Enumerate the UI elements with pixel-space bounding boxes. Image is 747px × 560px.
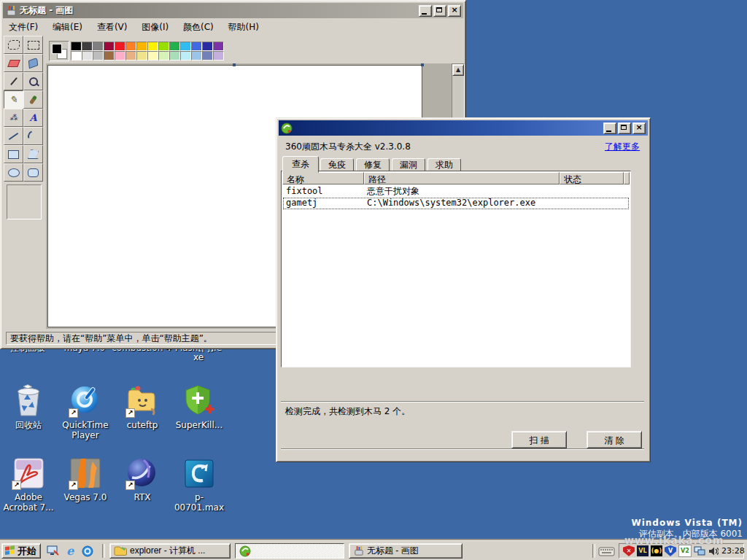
desktop-icon-superkill[interactable]: SuperKill...: [171, 384, 228, 430]
scroll-up-icon[interactable]: ▲: [452, 64, 464, 76]
palette-swatch[interactable]: [93, 51, 104, 61]
close-button[interactable]: ×: [448, 5, 461, 17]
paint-titlebar[interactable]: 无标题 - 画图 ×: [3, 3, 463, 18]
canvas-resize-handle[interactable]: [421, 63, 424, 66]
network-tray-icon[interactable]: [694, 545, 705, 556]
palette-swatch[interactable]: [169, 42, 180, 51]
menu-edit[interactable]: 编辑(E): [47, 19, 88, 35]
canvas-resize-handle[interactable]: [233, 63, 236, 66]
palette-swatch[interactable]: [158, 42, 169, 51]
palette-swatch[interactable]: [169, 51, 180, 61]
palette-swatch[interactable]: [71, 51, 82, 61]
palette-swatch[interactable]: [71, 42, 82, 51]
v2-antivirus-tray-icon[interactable]: V2: [678, 545, 692, 557]
desktop-icon-acrobat[interactable]: ↗ Adobe Acrobat 7...: [0, 456, 57, 513]
palette-swatch[interactable]: [82, 42, 93, 51]
desktop-icon-quicktime[interactable]: ↗ QuickTime Player: [57, 384, 114, 440]
desktop-icon-rtx[interactable]: ↗ RTX: [114, 456, 171, 502]
dialog-titlebar[interactable]: ×: [279, 120, 648, 136]
menu-help[interactable]: 帮助(H): [222, 19, 265, 35]
palette-swatch[interactable]: [82, 51, 93, 61]
start-button[interactable]: 开始: [1, 543, 41, 559]
tool-rounded-rect-icon[interactable]: [23, 163, 43, 182]
tool-rect-select-icon[interactable]: [23, 36, 43, 54]
tool-curve-icon[interactable]: [23, 127, 43, 145]
menu-image[interactable]: 图像(I): [136, 19, 174, 35]
tool-line-icon[interactable]: [4, 127, 23, 145]
desktop-icon-recycle-bin[interactable]: 回收站: [0, 384, 57, 430]
table-row-selected[interactable]: gametj C:\Windows\system32\explorer.exe: [283, 198, 629, 209]
tool-text-icon[interactable]: A: [23, 109, 43, 127]
palette-swatch[interactable]: [115, 42, 125, 51]
clear-button[interactable]: 清 除: [587, 431, 642, 448]
tool-magnifier-icon[interactable]: [23, 72, 43, 90]
palette-swatch[interactable]: [115, 51, 125, 61]
desktop-icon-vegas[interactable]: ↗ Vegas 7.0: [57, 456, 114, 502]
task-paint[interactable]: 无标题 - 画图: [349, 543, 462, 559]
tool-polygon-icon[interactable]: [23, 145, 43, 163]
task-explorer[interactable]: explorer - 计算机 ...: [109, 543, 231, 559]
menu-file[interactable]: 文件(F): [3, 19, 44, 35]
quicktime-quicklaunch-icon[interactable]: [80, 544, 95, 558]
tool-airbrush-icon[interactable]: ⁂: [4, 109, 23, 127]
broadcast-tray-icon[interactable]: (●): [651, 545, 662, 556]
taskbar-clock[interactable]: 23:28: [721, 546, 745, 556]
volume-tray-icon[interactable]: [708, 545, 719, 556]
close-button[interactable]: ×: [632, 122, 646, 134]
desktop-icon-cuteftp[interactable]: ↗ cuteftp: [114, 384, 171, 430]
menu-view[interactable]: 查看(V): [91, 19, 133, 35]
palette-swatch[interactable]: [125, 42, 136, 51]
scan-button[interactable]: 扫 描: [511, 431, 567, 448]
tool-pencil-icon[interactable]: ✎: [4, 90, 23, 109]
menu-colors[interactable]: 颜色(C): [177, 19, 220, 35]
palette-swatch[interactable]: [180, 51, 191, 61]
tool-ellipse-icon[interactable]: [4, 163, 23, 182]
column-header-name[interactable]: 名称: [282, 172, 364, 184]
column-header-path[interactable]: 路径: [364, 172, 560, 184]
palette-swatch[interactable]: [136, 51, 147, 61]
maximize-button[interactable]: [618, 122, 631, 134]
palette-swatch[interactable]: [213, 42, 224, 51]
minimize-button[interactable]: [419, 5, 432, 17]
column-header-status[interactable]: 状态: [560, 172, 624, 184]
separator-line: [281, 448, 644, 450]
tool-rectangle-icon[interactable]: [4, 145, 23, 163]
learn-more-link[interactable]: 了解更多: [605, 141, 640, 153]
palette-swatch[interactable]: [104, 42, 115, 51]
table-row[interactable]: fixtool 恶意干扰对象: [283, 186, 629, 198]
palette-swatch[interactable]: [158, 51, 169, 61]
palette-swatch[interactable]: [213, 51, 224, 61]
tool-options-box[interactable]: [7, 184, 42, 219]
tool-fill-icon[interactable]: [23, 54, 43, 72]
color-indicator[interactable]: [49, 41, 69, 61]
internet-explorer-icon[interactable]: e: [63, 544, 77, 558]
palette-swatch[interactable]: [93, 42, 104, 51]
tool-eraser-icon[interactable]: [4, 54, 23, 72]
task-360-dialog[interactable]: [235, 543, 344, 559]
tab-scan[interactable]: 查杀: [282, 156, 319, 173]
scan-result-list[interactable]: 名称 路径 状态 fixtool 恶意干扰对象 gametj C:\Window…: [281, 171, 631, 368]
maximize-button[interactable]: [433, 5, 446, 17]
keyboard-icon[interactable]: [597, 544, 616, 558]
tool-color-picker-icon[interactable]: [4, 72, 23, 90]
minimize-button[interactable]: [603, 122, 616, 134]
recycle-bin-icon: [12, 384, 45, 418]
palette-swatch[interactable]: [191, 51, 202, 61]
vl-antivirus-tray-icon[interactable]: VL: [637, 545, 649, 556]
palette-swatch[interactable]: [125, 51, 136, 61]
tool-free-select-icon[interactable]: [4, 36, 23, 54]
desktop-icon-max-file[interactable]: p-00701.max: [171, 456, 228, 513]
palette-swatch[interactable]: [136, 42, 147, 51]
tool-brush-icon[interactable]: [23, 90, 43, 109]
palette-swatch[interactable]: [147, 42, 158, 51]
palette-swatch[interactable]: [202, 42, 213, 51]
palette-swatch[interactable]: [147, 51, 158, 61]
show-desktop-icon[interactable]: [45, 544, 60, 558]
palette-swatch[interactable]: [191, 42, 202, 51]
shield-v-tray-icon[interactable]: V: [665, 545, 676, 556]
palette-swatch[interactable]: [104, 51, 115, 61]
palette-swatch[interactable]: [180, 42, 191, 51]
taskbar-divider: [592, 544, 595, 558]
security-alert-tray-icon[interactable]: ✕: [623, 545, 635, 556]
palette-swatch[interactable]: [202, 51, 213, 61]
